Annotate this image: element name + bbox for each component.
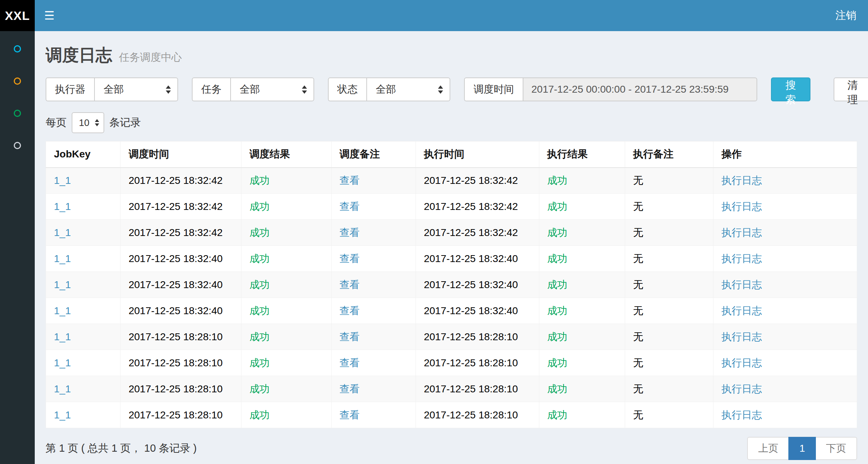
- table-header-row: JobKey 调度时间 调度结果 调度备注 执行时间 执行结果 执行备注 操作: [46, 142, 857, 168]
- executor-filter-label: 执行器: [46, 77, 94, 101]
- status-filter-label: 状态: [328, 77, 366, 101]
- execution-log-link[interactable]: 执行日志: [721, 175, 762, 186]
- select-arrows-icon: [166, 85, 171, 94]
- sidebar-menu: [0, 31, 35, 464]
- prev-page-button[interactable]: 上页: [747, 437, 789, 460]
- jobkey-link[interactable]: 1_1: [54, 357, 71, 368]
- trigger-time-cell: 2017-12-25 18:32:40: [121, 272, 241, 298]
- trigger-result-cell: 成功: [241, 168, 332, 194]
- execution-log-link[interactable]: 执行日志: [721, 357, 762, 368]
- trigger-time-cell: 2017-12-25 18:32:40: [121, 298, 241, 324]
- log-table: JobKey 调度时间 调度结果 调度备注 执行时间 执行结果 执行备注 操作 …: [46, 141, 857, 428]
- log-table-row: 1_1 2017-12-25 18:32:42 成功 查看 2017-12-25…: [46, 168, 857, 194]
- jobkey-link[interactable]: 1_1: [54, 383, 71, 395]
- select-arrows-icon: [438, 85, 443, 94]
- handle-msg-cell: 无: [625, 298, 713, 324]
- execution-log-link[interactable]: 执行日志: [721, 383, 762, 395]
- search-button[interactable]: 搜索: [771, 77, 810, 101]
- page-header: 调度日志 任务调度中心: [46, 44, 857, 67]
- trigger-result-cell: 成功: [241, 324, 332, 350]
- job-select[interactable]: 全部: [230, 77, 314, 101]
- trigger-msg-link[interactable]: 查看: [340, 383, 360, 395]
- handle-result-cell: 成功: [539, 350, 625, 376]
- col-jobkey: JobKey: [46, 142, 121, 168]
- jobkey-link[interactable]: 1_1: [54, 201, 71, 212]
- sidebar-item-1[interactable]: [0, 33, 35, 65]
- app-logo[interactable]: XXL: [0, 0, 35, 31]
- current-page-button[interactable]: 1: [788, 437, 816, 460]
- jobkey-link[interactable]: 1_1: [54, 227, 71, 238]
- handle-msg-cell: 无: [625, 350, 713, 376]
- next-page-button[interactable]: 下页: [815, 437, 857, 460]
- log-table-row: 1_1 2017-12-25 18:28:10 成功 查看 2017-12-25…: [46, 376, 857, 402]
- execution-log-link[interactable]: 执行日志: [721, 331, 762, 342]
- logout-link[interactable]: 注销: [835, 8, 856, 23]
- handle-time-cell: 2017-12-25 18:32:40: [416, 272, 539, 298]
- sidebar-item-2[interactable]: [0, 65, 35, 97]
- log-table-row: 1_1 2017-12-25 18:32:42 成功 查看 2017-12-25…: [46, 194, 857, 220]
- pagination: 上页 1 下页: [747, 437, 857, 460]
- execution-log-link[interactable]: 执行日志: [721, 227, 762, 238]
- top-navbar: XXL ☰ 注销: [0, 0, 868, 31]
- jobkey-link[interactable]: 1_1: [54, 331, 71, 342]
- log-table-row: 1_1 2017-12-25 18:32:40 成功 查看 2017-12-25…: [46, 246, 857, 272]
- log-table-row: 1_1 2017-12-25 18:32:40 成功 查看 2017-12-25…: [46, 272, 857, 298]
- execution-log-link[interactable]: 执行日志: [721, 279, 762, 290]
- page-size-select[interactable]: 10: [72, 112, 104, 133]
- trigger-msg-link[interactable]: 查看: [340, 331, 360, 342]
- trigger-msg-link[interactable]: 查看: [340, 175, 360, 186]
- handle-time-cell: 2017-12-25 18:28:10: [416, 402, 539, 428]
- handle-time-cell: 2017-12-25 18:32:40: [416, 298, 539, 324]
- circle-icon: [14, 110, 21, 117]
- status-filter-group: 状态 全部: [328, 77, 450, 101]
- navbar-main: ☰ 注销: [35, 0, 868, 31]
- trigger-msg-link[interactable]: 查看: [340, 409, 360, 421]
- jobkey-link[interactable]: 1_1: [54, 409, 71, 421]
- trigger-msg-link[interactable]: 查看: [340, 305, 360, 316]
- execution-log-link[interactable]: 执行日志: [721, 305, 762, 316]
- sidebar-toggle-icon[interactable]: ☰: [44, 10, 55, 21]
- log-table-row: 1_1 2017-12-25 18:32:40 成功 查看 2017-12-25…: [46, 298, 857, 324]
- executor-select[interactable]: 全部: [94, 77, 178, 101]
- handle-result-cell: 成功: [539, 324, 625, 350]
- handle-msg-cell: 无: [625, 246, 713, 272]
- trigger-time-cell: 2017-12-25 18:28:10: [121, 324, 241, 350]
- sidebar-item-3[interactable]: [0, 97, 35, 129]
- page-size-value: 10: [79, 117, 89, 128]
- trigger-result-cell: 成功: [241, 194, 332, 220]
- clear-button[interactable]: 清理: [834, 77, 868, 101]
- trigger-result-cell: 成功: [241, 272, 332, 298]
- execution-log-link[interactable]: 执行日志: [721, 409, 762, 421]
- trigger-msg-link[interactable]: 查看: [340, 227, 360, 238]
- page-title: 调度日志: [46, 46, 112, 64]
- trigger-msg-link[interactable]: 查看: [340, 279, 360, 290]
- jobkey-link[interactable]: 1_1: [54, 305, 71, 316]
- page-subtitle: 任务调度中心: [119, 51, 182, 63]
- trigger-time-cell: 2017-12-25 18:28:10: [121, 376, 241, 402]
- trigger-result-cell: 成功: [241, 246, 332, 272]
- jobkey-link[interactable]: 1_1: [54, 175, 71, 186]
- jobkey-link[interactable]: 1_1: [54, 279, 71, 290]
- trigger-msg-link[interactable]: 查看: [340, 201, 360, 212]
- trigger-msg-link[interactable]: 查看: [340, 357, 360, 368]
- executor-filter-group: 执行器 全部: [46, 77, 178, 101]
- col-trigger-msg: 调度备注: [331, 142, 416, 168]
- execution-log-link[interactable]: 执行日志: [721, 253, 762, 264]
- trigger-time-cell: 2017-12-25 18:28:10: [121, 350, 241, 376]
- log-table-row: 1_1 2017-12-25 18:28:10 成功 查看 2017-12-25…: [46, 350, 857, 376]
- execution-log-link[interactable]: 执行日志: [721, 201, 762, 212]
- trigger-time-range-input[interactable]: [523, 77, 757, 101]
- handle-time-cell: 2017-12-25 18:28:10: [416, 324, 539, 350]
- trigger-result-cell: 成功: [241, 298, 332, 324]
- status-select[interactable]: 全部: [366, 77, 450, 101]
- trigger-time-cell: 2017-12-25 18:28:10: [121, 402, 241, 428]
- handle-time-cell: 2017-12-25 18:32:42: [416, 168, 539, 194]
- col-trigger-result: 调度结果: [241, 142, 332, 168]
- trigger-time-cell: 2017-12-25 18:32:42: [121, 220, 241, 246]
- circle-icon: [14, 45, 21, 52]
- jobkey-link[interactable]: 1_1: [54, 253, 71, 264]
- page-size-suffix: 条记录: [109, 115, 141, 130]
- trigger-msg-link[interactable]: 查看: [340, 253, 360, 264]
- sidebar-item-4[interactable]: [0, 129, 35, 161]
- circle-icon: [14, 77, 21, 85]
